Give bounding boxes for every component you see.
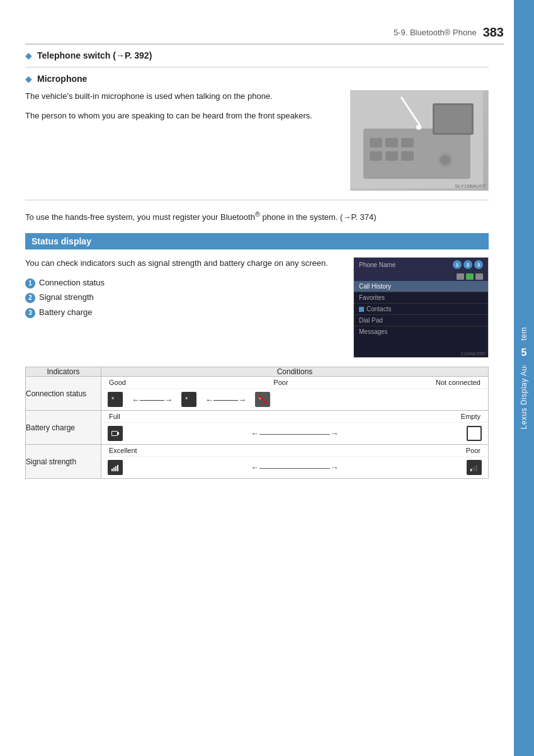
menu-dial-pad: Dial Pad [354,315,488,326]
microphone-text: The vehicle's built-in microphone is use… [25,90,340,191]
svg-rect-25 [115,466,116,471]
microphone-section: ◆ Microphone The vehicle's built-in micr… [25,74,489,200]
battery-icon-small [466,273,474,280]
telephone-switch-section: ◆ Telephone switch (→P. 392) [25,50,489,67]
signal-poor-label: Poor [466,447,480,454]
menu-contacts: Contacts [354,304,488,315]
connection-icon-small [475,273,483,280]
circle-1: 1 [25,278,35,289]
battery-full-icon [108,426,123,441]
svg-rect-29 [474,466,475,471]
connection-good-icon: * [108,392,123,407]
svg-point-5 [416,125,421,130]
microphone-note: To use the hands-free system, you must r… [25,209,489,224]
svg-rect-26 [117,465,118,471]
battery-empty-icon [467,426,482,441]
svg-rect-22 [477,432,478,435]
full-label: Full [109,413,120,420]
indicator-item-3: 3 Battery charge [25,305,343,319]
arrow-icon-1: ←———→ [127,392,178,407]
table-row-connection: Connection status Good Poor Not connecte… [26,377,489,411]
battery-conditions: Full Empty [101,411,489,445]
indicator-label-3: Battery charge [39,305,93,319]
telephone-switch-label: Telephone switch (→P. 392) [37,50,152,60]
svg-rect-27 [470,469,472,471]
microphone-header: ◆ Microphone [25,74,489,84]
signal-poor-icon [467,460,482,475]
signal-icon-small [457,273,464,280]
diamond-icon: ◆ [25,50,32,60]
svg-rect-23 [111,469,113,471]
status-display-header: Status display [25,233,489,249]
dashboard-illustration: SLY19BAU07 [351,91,488,190]
svg-rect-9 [370,151,382,161]
page: Lexus Display Audio system 5 5-9. Blueto… [0,0,534,756]
connection-label: Connection status [26,377,101,411]
status-text-column: You can check indicators such as signal … [25,257,343,358]
table-row-battery: Battery charge Full Empty [26,411,489,445]
good-label: Good [109,379,126,386]
battery-arrow: ←————————→ [127,428,463,438]
status-indicators-list: 1 Connection status 2 Signal strength 3 … [25,275,343,319]
sidebar: Lexus Display Audio system [514,0,534,756]
indicators-table: Indicators Conditions Connection status … [25,367,489,479]
indicator-item-1: 1 Connection status [25,275,343,290]
phone-circle-2: 2 [463,260,472,269]
battery-label: Battery charge [26,411,101,445]
connection-none-icon: * [255,392,270,407]
signal-conditions: Excellent Poor [101,445,489,479]
main-content: ◆ Telephone switch (→P. 392) ◆ Microphon… [0,0,514,756]
signal-arrow: ←————————→ [127,462,463,472]
svg-rect-21 [470,431,477,436]
image-ref-label: SLY19BAU07 [455,183,486,189]
phone-name-label: Phone Name [359,261,395,268]
dashboard-svg [351,91,483,188]
diamond-icon-2: ◆ [25,74,32,84]
svg-rect-7 [385,138,398,147]
microphone-body: The vehicle's built-in microphone is use… [25,90,489,191]
microphone-text2: The person to whom you are speaking to c… [25,110,340,123]
svg-point-13 [440,155,450,165]
col-conditions: Conditions [101,367,489,377]
svg-rect-19 [118,432,119,435]
phone-circle-3: 3 [474,260,483,269]
poor-label: Poor [273,379,288,386]
indicator-label-1: Connection status [39,275,105,290]
svg-text:*: * [185,396,188,403]
phone-circle-1: 1 [453,260,462,269]
status-description: You can check indicators such as signal … [25,257,343,270]
svg-rect-8 [401,138,414,147]
circle-2: 2 [25,293,35,303]
svg-rect-10 [385,151,398,161]
table-row-signal: Signal strength Excellent Poor [26,445,489,479]
phone-screen: Phone Name 1 2 3 [353,257,489,358]
connection-conditions: Good Poor Not connected * ←———→ [101,377,489,411]
menu-call-history: Call History [354,281,488,292]
svg-rect-6 [370,138,382,147]
svg-rect-3 [435,105,472,133]
circle-3: 3 [25,308,35,318]
svg-rect-11 [401,151,414,161]
signal-excellent-icon [108,460,123,475]
signal-label: Signal strength [26,445,101,479]
microphone-image: SLY19BAU07 [350,90,489,191]
empty-label: Empty [461,413,480,420]
menu-messages: Messages [354,326,488,337]
svg-rect-24 [113,467,115,471]
col-indicators: Indicators [26,367,101,377]
arrow-icon-2: ←———→ [200,392,251,407]
indicator-label-2: Signal strength [39,290,94,304]
svg-rect-20 [112,432,117,435]
svg-text:*: * [111,396,115,403]
connection-poor-icon: * [181,392,196,407]
sidebar-number: 5 [514,340,534,365]
svg-rect-28 [472,467,474,471]
phone-screen-ref: C1HNA7057 [461,352,486,356]
microphone-text1: The vehicle's built-in microphone is use… [25,90,340,103]
menu-favorites: Favorites [354,292,488,304]
status-display-body: You can check indicators such as signal … [25,257,489,358]
microphone-title: Microphone [37,74,87,84]
excellent-label: Excellent [109,447,137,454]
not-connected-label: Not connected [436,379,480,386]
indicator-item-2: 2 Signal strength [25,290,343,304]
